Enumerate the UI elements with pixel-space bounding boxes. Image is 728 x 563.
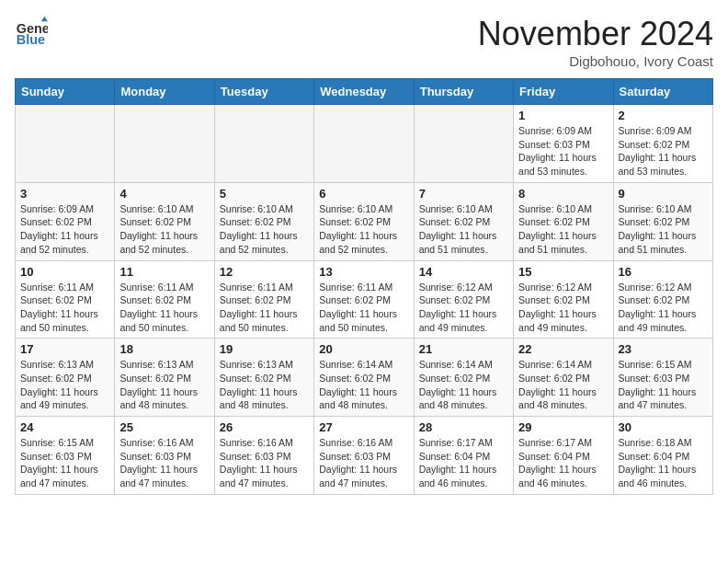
- calendar-cell: 8Sunrise: 6:10 AM Sunset: 6:02 PM Daylig…: [514, 182, 613, 260]
- calendar-cell: 28Sunrise: 6:17 AM Sunset: 6:04 PM Dayli…: [414, 417, 513, 495]
- day-number: 12: [220, 265, 309, 279]
- logo: General Blue: [15, 15, 48, 48]
- calendar-cell: [414, 105, 513, 183]
- calendar-week-row: 17Sunrise: 6:13 AM Sunset: 6:02 PM Dayli…: [16, 339, 713, 417]
- day-number: 29: [518, 420, 608, 434]
- day-info: Sunrise: 6:14 AM Sunset: 6:02 PM Dayligh…: [419, 358, 508, 412]
- day-number: 18: [119, 342, 209, 356]
- weekday-header-row: SundayMondayTuesdayWednesdayThursdayFrid…: [16, 79, 713, 105]
- weekday-header: Saturday: [613, 79, 712, 105]
- day-number: 1: [518, 109, 608, 122]
- day-info: Sunrise: 6:11 AM Sunset: 6:02 PM Dayligh…: [220, 281, 309, 335]
- day-number: 13: [319, 265, 408, 279]
- calendar-cell: 18Sunrise: 6:13 AM Sunset: 6:02 PM Dayli…: [115, 339, 214, 417]
- day-info: Sunrise: 6:13 AM Sunset: 6:02 PM Dayligh…: [119, 358, 209, 412]
- calendar-cell: 10Sunrise: 6:11 AM Sunset: 6:02 PM Dayli…: [16, 260, 115, 339]
- day-number: 14: [419, 265, 508, 279]
- day-number: 15: [518, 265, 608, 279]
- day-number: 22: [518, 342, 608, 356]
- calendar-cell: 2Sunrise: 6:09 AM Sunset: 6:02 PM Daylig…: [613, 105, 712, 183]
- calendar-cell: 30Sunrise: 6:18 AM Sunset: 6:04 PM Dayli…: [613, 417, 712, 495]
- calendar-cell: 11Sunrise: 6:11 AM Sunset: 6:02 PM Dayli…: [115, 260, 214, 339]
- weekday-header: Thursday: [414, 79, 513, 105]
- weekday-header: Wednesday: [314, 79, 414, 105]
- day-number: 8: [518, 187, 608, 201]
- day-number: 30: [619, 420, 708, 434]
- svg-text:Blue: Blue: [17, 32, 45, 47]
- day-info: Sunrise: 6:10 AM Sunset: 6:02 PM Dayligh…: [419, 202, 508, 257]
- day-number: 21: [419, 342, 508, 356]
- day-info: Sunrise: 6:11 AM Sunset: 6:02 PM Dayligh…: [119, 281, 209, 335]
- day-info: Sunrise: 6:14 AM Sunset: 6:02 PM Dayligh…: [518, 358, 608, 412]
- calendar-cell: 26Sunrise: 6:16 AM Sunset: 6:03 PM Dayli…: [214, 417, 313, 495]
- day-number: 27: [319, 420, 408, 434]
- calendar-cell: 23Sunrise: 6:15 AM Sunset: 6:03 PM Dayli…: [613, 339, 712, 417]
- calendar-cell: 20Sunrise: 6:14 AM Sunset: 6:02 PM Dayli…: [314, 339, 414, 417]
- day-info: Sunrise: 6:10 AM Sunset: 6:02 PM Dayligh…: [220, 202, 309, 257]
- calendar-cell: 14Sunrise: 6:12 AM Sunset: 6:02 PM Dayli…: [414, 260, 513, 339]
- day-number: 7: [419, 187, 508, 201]
- calendar-cell: [16, 105, 115, 183]
- day-number: 10: [20, 265, 109, 279]
- day-number: 9: [619, 187, 708, 201]
- day-number: 3: [20, 187, 109, 201]
- calendar-cell: 24Sunrise: 6:15 AM Sunset: 6:03 PM Dayli…: [16, 417, 115, 495]
- calendar-cell: 16Sunrise: 6:12 AM Sunset: 6:02 PM Dayli…: [613, 260, 712, 339]
- day-info: Sunrise: 6:09 AM Sunset: 6:03 PM Dayligh…: [518, 124, 608, 178]
- calendar-cell: 12Sunrise: 6:11 AM Sunset: 6:02 PM Dayli…: [214, 260, 313, 339]
- calendar-cell: 29Sunrise: 6:17 AM Sunset: 6:04 PM Dayli…: [514, 417, 613, 495]
- day-number: 20: [319, 342, 408, 356]
- calendar-cell: 3Sunrise: 6:09 AM Sunset: 6:02 PM Daylig…: [16, 182, 115, 260]
- page-header: General Blue November 2024 Digbohouo, Iv…: [15, 15, 713, 69]
- day-info: Sunrise: 6:15 AM Sunset: 6:03 PM Dayligh…: [20, 436, 109, 490]
- calendar-cell: 21Sunrise: 6:14 AM Sunset: 6:02 PM Dayli…: [414, 339, 513, 417]
- weekday-header: Monday: [115, 79, 214, 105]
- calendar-table: SundayMondayTuesdayWednesdayThursdayFrid…: [15, 78, 713, 495]
- month-title: November 2024: [478, 15, 713, 53]
- calendar-cell: [314, 105, 414, 183]
- day-info: Sunrise: 6:10 AM Sunset: 6:02 PM Dayligh…: [319, 202, 408, 257]
- day-info: Sunrise: 6:18 AM Sunset: 6:04 PM Dayligh…: [619, 436, 708, 490]
- day-info: Sunrise: 6:17 AM Sunset: 6:04 PM Dayligh…: [419, 436, 508, 490]
- calendar-cell: 27Sunrise: 6:16 AM Sunset: 6:03 PM Dayli…: [314, 417, 414, 495]
- weekday-header: Tuesday: [214, 79, 313, 105]
- day-number: 11: [119, 265, 209, 279]
- calendar-week-row: 10Sunrise: 6:11 AM Sunset: 6:02 PM Dayli…: [16, 260, 713, 339]
- calendar-week-row: 1Sunrise: 6:09 AM Sunset: 6:03 PM Daylig…: [16, 105, 713, 183]
- day-info: Sunrise: 6:11 AM Sunset: 6:02 PM Dayligh…: [319, 281, 408, 335]
- calendar-cell: 9Sunrise: 6:10 AM Sunset: 6:02 PM Daylig…: [613, 182, 712, 260]
- logo-icon: General Blue: [15, 15, 48, 48]
- calendar-cell: 6Sunrise: 6:10 AM Sunset: 6:02 PM Daylig…: [314, 182, 414, 260]
- calendar-cell: 1Sunrise: 6:09 AM Sunset: 6:03 PM Daylig…: [514, 105, 613, 183]
- day-number: 28: [419, 420, 508, 434]
- calendar-cell: 19Sunrise: 6:13 AM Sunset: 6:02 PM Dayli…: [214, 339, 313, 417]
- calendar-cell: [214, 105, 313, 183]
- calendar-cell: 25Sunrise: 6:16 AM Sunset: 6:03 PM Dayli…: [115, 417, 214, 495]
- day-number: 2: [619, 109, 708, 122]
- day-info: Sunrise: 6:13 AM Sunset: 6:02 PM Dayligh…: [20, 358, 109, 412]
- calendar-cell: 13Sunrise: 6:11 AM Sunset: 6:02 PM Dayli…: [314, 260, 414, 339]
- day-number: 5: [220, 187, 309, 201]
- svg-marker-2: [41, 17, 48, 21]
- day-info: Sunrise: 6:14 AM Sunset: 6:02 PM Dayligh…: [319, 358, 408, 412]
- day-info: Sunrise: 6:10 AM Sunset: 6:02 PM Dayligh…: [619, 202, 708, 257]
- day-number: 17: [20, 342, 109, 356]
- calendar-cell: [115, 105, 214, 183]
- calendar-week-row: 3Sunrise: 6:09 AM Sunset: 6:02 PM Daylig…: [16, 182, 713, 260]
- weekday-header: Friday: [514, 79, 613, 105]
- day-info: Sunrise: 6:09 AM Sunset: 6:02 PM Dayligh…: [619, 124, 708, 178]
- calendar-cell: 5Sunrise: 6:10 AM Sunset: 6:02 PM Daylig…: [214, 182, 313, 260]
- day-info: Sunrise: 6:17 AM Sunset: 6:04 PM Dayligh…: [518, 436, 608, 490]
- day-info: Sunrise: 6:15 AM Sunset: 6:03 PM Dayligh…: [619, 358, 708, 412]
- calendar-cell: 4Sunrise: 6:10 AM Sunset: 6:02 PM Daylig…: [115, 182, 214, 260]
- day-info: Sunrise: 6:10 AM Sunset: 6:02 PM Dayligh…: [518, 202, 608, 257]
- location-title: Digbohouo, Ivory Coast: [478, 53, 713, 69]
- calendar-week-row: 24Sunrise: 6:15 AM Sunset: 6:03 PM Dayli…: [16, 417, 713, 495]
- day-info: Sunrise: 6:10 AM Sunset: 6:02 PM Dayligh…: [119, 202, 209, 257]
- calendar-cell: 15Sunrise: 6:12 AM Sunset: 6:02 PM Dayli…: [514, 260, 613, 339]
- day-info: Sunrise: 6:16 AM Sunset: 6:03 PM Dayligh…: [119, 436, 209, 490]
- calendar-cell: 7Sunrise: 6:10 AM Sunset: 6:02 PM Daylig…: [414, 182, 513, 260]
- day-number: 16: [619, 265, 708, 279]
- day-info: Sunrise: 6:12 AM Sunset: 6:02 PM Dayligh…: [419, 281, 508, 335]
- day-info: Sunrise: 6:16 AM Sunset: 6:03 PM Dayligh…: [319, 436, 408, 490]
